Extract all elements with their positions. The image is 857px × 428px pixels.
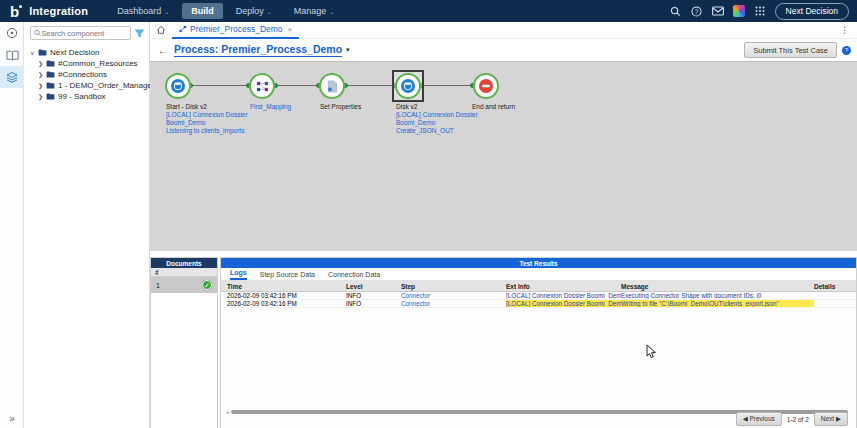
process-canvas[interactable]: Start - Disk v2 [LOCAL] Connexion Dossie… <box>150 61 857 251</box>
shape-end-and-return[interactable] <box>473 73 499 99</box>
page-title[interactable]: Process: Premier_Process_Demo <box>174 43 342 57</box>
tree-item-label: #Connections <box>58 70 107 79</box>
help-icon[interactable]: ? <box>691 5 703 17</box>
shape-name: Start - Disk v2 <box>166 103 248 111</box>
home-icon[interactable] <box>150 25 172 35</box>
tab-overflow-menu-icon[interactable]: ⋮ <box>840 25 849 35</box>
chevron-down-icon: ⌄ <box>329 8 334 15</box>
shape-action[interactable]: Listening to clients_imports <box>166 127 248 135</box>
nav-dashboard-label: Dashboard <box>117 6 161 16</box>
chevron-down-icon: ⌄ <box>164 8 169 15</box>
search-input[interactable] <box>41 29 127 38</box>
shape-action[interactable]: Create_JSON_OUT <box>396 127 478 135</box>
col-message: Message <box>621 283 814 290</box>
log-row[interactable]: 2026-02-09 03:42:16 PM INFO Connector [L… <box>221 300 856 308</box>
shape-disk-v2[interactable] <box>395 73 421 99</box>
component-tree: ∨ Next Decision ❯ #Common_Resources ❯ #C… <box>24 47 149 102</box>
mail-icon[interactable] <box>712 5 724 17</box>
tab-logs[interactable]: Logs <box>230 269 247 280</box>
shape-operation[interactable]: Boomi_Demo <box>166 119 248 127</box>
log-ext-info-highlighted: [LOCAL] Connexion Dossier Boomi_Demo; di… <box>506 300 621 307</box>
log-message-highlighted: Writing to file "C:\Boomi_Demo\OUT\clien… <box>621 300 814 307</box>
title-caret-icon[interactable]: ▾ <box>346 46 350 54</box>
tree-item-common-resources[interactable]: ❯ #Common_Resources <box>24 58 149 69</box>
tree-root-label: Next Decision <box>50 48 99 57</box>
tab-step-source-data[interactable]: Step Source Data <box>260 271 315 280</box>
log-time: 2026-02-09 03:42:16 PM <box>227 300 346 307</box>
next-arrow-icon: ▶ <box>836 415 841 422</box>
shape-label-first-mapping: First_Mapping <box>250 103 291 111</box>
disk-connector-icon <box>171 79 185 93</box>
shape-name: End and return <box>472 103 515 111</box>
shape-start-disk[interactable] <box>165 73 191 99</box>
shape-name: Disk v2 <box>396 103 478 111</box>
tree-item-connections[interactable]: ❯ #Connections <box>24 69 149 80</box>
target-icon[interactable] <box>0 22 24 44</box>
nav-build[interactable]: Build <box>182 3 223 19</box>
shape-first-mapping[interactable] <box>249 73 275 99</box>
boomi-logo[interactable]: b <box>10 4 19 19</box>
tab-premier-process-demo[interactable]: Premier_Process_Demo × <box>172 22 299 39</box>
search-icon[interactable] <box>670 5 682 17</box>
tree-root-next-decision[interactable]: ∨ Next Decision <box>24 47 149 58</box>
search-icon <box>34 29 41 37</box>
log-ext-info: [LOCAL] Connexion Dossier Boomi_Demo; di… <box>506 292 621 299</box>
nav-deploy[interactable]: Deploy⌄ <box>227 3 281 19</box>
product-name: Integration <box>29 5 88 17</box>
log-step-link[interactable]: Connector <box>401 300 506 307</box>
tree-item-sandbox[interactable]: ❯ 99 - Sandbox <box>24 91 149 102</box>
back-icon[interactable]: ← <box>158 45 168 56</box>
component-panel: ∨ Next Decision ❯ #Common_Resources ❯ #C… <box>24 22 150 428</box>
shape-connection[interactable]: [LOCAL] Connexion Dossier <box>396 111 478 119</box>
document-properties-icon <box>326 80 338 93</box>
nav-manage[interactable]: Manage⌄ <box>285 3 344 19</box>
folder-icon <box>46 71 55 78</box>
document-row[interactable]: 1 ✓ <box>151 277 217 293</box>
shape-operation[interactable]: Boomi_Demo <box>396 119 478 127</box>
process-title-row: ← Process: Premier_Process_Demo ▾ Submit… <box>150 39 857 61</box>
prev-arrow-icon: ◀ <box>743 415 748 422</box>
submit-test-case-button[interactable]: Submit This Test Case <box>744 42 837 58</box>
close-icon[interactable]: × <box>288 25 293 34</box>
layers-icon[interactable] <box>0 66 24 88</box>
user-avatar[interactable] <box>733 5 745 17</box>
canvas-help-icon[interactable]: ? <box>842 46 851 55</box>
log-row[interactable]: 2026-02-09 03:42:16 PM INFO Connector [L… <box>221 292 856 300</box>
filter-funnel-icon[interactable] <box>134 29 145 38</box>
next-label: Next <box>821 415 834 422</box>
scroll-left-icon[interactable]: ◂ <box>226 409 229 415</box>
shape-name[interactable]: First_Mapping <box>250 103 291 111</box>
nav-dashboard[interactable]: Dashboard⌄ <box>108 3 178 19</box>
shape-name: Set Properties <box>320 103 361 111</box>
shape-label-set-properties: Set Properties <box>320 103 361 111</box>
waffle-menu-icon[interactable] <box>754 5 766 17</box>
log-step-link[interactable]: Connector <box>401 292 506 299</box>
previous-label: Previous <box>749 415 774 422</box>
test-results-panel-title: Test Results <box>221 258 856 268</box>
log-table-header: Time Level Step Ext Info Message Details <box>221 281 856 292</box>
tree-item-label: #Common_Resources <box>58 59 138 68</box>
log-level: INFO <box>346 292 401 299</box>
svg-text:?: ? <box>695 7 699 14</box>
tab-connection-data[interactable]: Connection Data <box>328 271 380 280</box>
book-icon[interactable] <box>0 44 24 66</box>
previous-page-button[interactable]: ◀ Previous <box>736 412 782 426</box>
documents-panel-title: Documents <box>151 258 217 268</box>
tree-item-demo-order-management[interactable]: ❯ 1 - DEMO_Order_Management <box>24 80 149 91</box>
chevron-collapsed-icon: ❯ <box>38 82 43 89</box>
topbar-actions: ? Next Decision <box>670 3 849 20</box>
folder-icon <box>46 60 55 67</box>
tree-item-label: 99 - Sandbox <box>58 92 106 101</box>
next-page-button[interactable]: Next ▶ <box>814 412 848 426</box>
tab-label: Premier_Process_Demo <box>190 24 283 34</box>
shape-set-properties[interactable] <box>319 73 345 99</box>
next-decision-button[interactable]: Next Decision <box>775 3 849 20</box>
left-icon-rail: » <box>0 22 24 428</box>
col-time: Time <box>227 283 346 290</box>
component-search[interactable] <box>30 26 131 40</box>
shape-connection[interactable]: [LOCAL] Connexion Dossier <box>166 111 248 119</box>
folder-icon <box>38 49 47 56</box>
test-results-panel: Test Results Logs Step Source Data Conne… <box>220 257 857 428</box>
expand-panel-icon[interactable]: » <box>0 413 24 424</box>
col-details: Details <box>814 283 856 290</box>
